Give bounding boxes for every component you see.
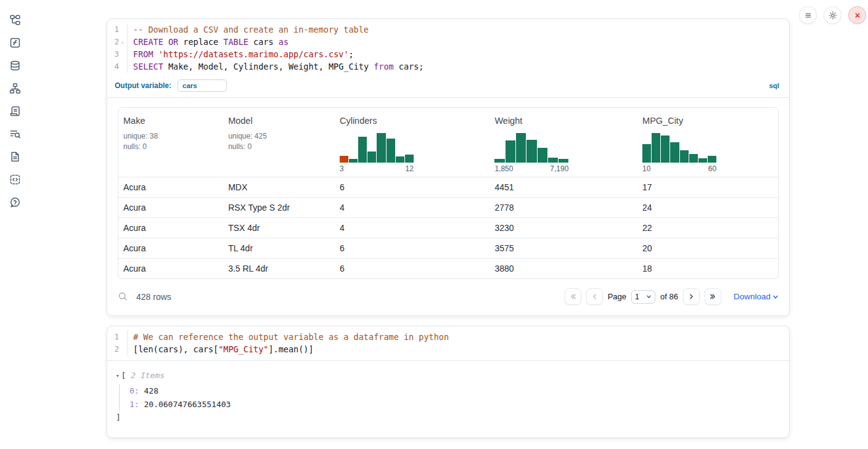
table-cell: 24 <box>637 198 778 218</box>
tree-items-count: 2 Items <box>131 371 165 381</box>
code-text[interactable]: FROM 'https://datasets.marimo.app/cars.c… <box>128 48 354 60</box>
list-search-icon <box>9 128 21 140</box>
cell-divider <box>107 97 789 98</box>
code-text[interactable]: [len(cars), cars["MPG_City"].mean()] <box>128 343 314 355</box>
column-header-cylinders[interactable]: Cylinders312 <box>335 108 489 177</box>
code-text[interactable]: SELECT Make, Model, Cylinders, Weight, M… <box>128 60 424 73</box>
histogram-bar <box>516 133 526 163</box>
column-label: Weight <box>494 116 631 126</box>
histogram-bar <box>367 152 376 163</box>
table-cell: 20 <box>637 238 778 259</box>
tree-open-bracket: [ <box>121 371 126 381</box>
histogram-bar <box>405 155 414 163</box>
sidebar-snippets-button[interactable] <box>9 174 21 185</box>
code-text[interactable]: CREATE OR replace TABLE cars as <box>128 36 289 48</box>
sidebar-dependency-graph-button[interactable] <box>9 83 21 94</box>
table-cell: 17 <box>637 177 778 198</box>
column-stats: unique: 38nulls: 0 <box>123 131 217 152</box>
download-button[interactable]: Download <box>734 292 779 301</box>
code-text[interactable]: -- Download a CSV and create an in-memor… <box>128 23 369 36</box>
histogram-bar <box>680 150 689 163</box>
output-variable-input[interactable] <box>178 79 227 92</box>
settings-button[interactable] <box>824 6 841 24</box>
table-cell: 18 <box>637 259 778 279</box>
table-cell: Acura <box>118 238 223 259</box>
sql-cell: 1-- Download a CSV and create an in-memo… <box>107 18 790 316</box>
code-line: 1# We can reference the output variable … <box>107 331 789 343</box>
histogram-bar <box>526 140 536 163</box>
notebook-actions <box>799 6 866 24</box>
tree-close-bracket: ] <box>116 413 778 423</box>
output-variable-label: Output variable: <box>115 81 171 90</box>
sidebar-datasources-button[interactable] <box>9 60 21 71</box>
column-header-weight[interactable]: Weight1,8507,190 <box>489 108 637 177</box>
table-cell: RSX Type S 2dr <box>223 198 335 218</box>
histogram-bar <box>652 133 660 163</box>
table-cell: TSX 4dr <box>223 218 335 238</box>
table-cell: Acura <box>118 177 223 198</box>
last-page-button[interactable] <box>705 288 721 305</box>
histogram-bar <box>494 159 504 163</box>
histogram-bar <box>559 159 568 163</box>
python-cell: 1# We can reference the output variable … <box>107 326 790 438</box>
line-number: 4 <box>114 60 119 73</box>
column-histogram[interactable] <box>340 132 414 163</box>
shutdown-button[interactable] <box>848 6 866 24</box>
histogram-bar <box>670 142 679 163</box>
pagination: Page 1 of 86 Download <box>565 288 779 305</box>
sql-code-editor[interactable]: 1-- Download a CSV and create an in-memo… <box>107 19 789 78</box>
tree-entry: 1: 20.060747663551403 <box>129 398 778 411</box>
sidebar-logs-button[interactable] <box>9 128 21 140</box>
database-icon <box>9 60 21 71</box>
file-tree-icon <box>9 14 21 26</box>
column-header-model[interactable]: Modelunique: 425nulls: 0 <box>223 108 335 177</box>
code-line: 1-- Download a CSV and create an in-memo… <box>107 23 789 36</box>
gear-icon <box>828 10 838 20</box>
table-search-icon[interactable] <box>118 291 128 302</box>
sidebar-documentation-button[interactable] <box>9 151 21 163</box>
histogram-bar <box>661 136 669 163</box>
sidebar-file-explorer-button[interactable] <box>9 14 21 26</box>
table-cell: Acura <box>118 218 223 238</box>
table-row: AcuraTSX 4dr4323022 <box>118 218 778 238</box>
table-cell: TL 4dr <box>223 238 335 259</box>
column-label: Make <box>123 116 217 126</box>
fold-chevron-icon[interactable]: ⌄ <box>119 36 126 48</box>
menu-button[interactable] <box>799 6 817 24</box>
table-cell: 6 <box>335 238 489 259</box>
code-snippet-icon <box>9 174 21 185</box>
sidebar-variables-button[interactable] <box>9 37 21 49</box>
page-select[interactable]: 1 <box>631 290 655 304</box>
first-page-button[interactable] <box>565 288 581 305</box>
language-badge[interactable]: sql <box>769 82 779 89</box>
table-cell: 4451 <box>489 177 637 198</box>
code-text[interactable]: # We can reference the output variable a… <box>128 331 449 343</box>
column-label: Model <box>228 116 329 126</box>
sidebar-scratchpad-button[interactable] <box>9 105 21 117</box>
histogram-bar <box>340 156 348 163</box>
previous-page-button[interactable] <box>586 288 603 305</box>
line-number: 1 <box>114 331 119 343</box>
result-table: Makeunique: 38nulls: 0Modelunique: 425nu… <box>118 107 779 279</box>
help-circle-icon <box>9 196 21 208</box>
tree-children: 0: 4281: 20.060747663551403 <box>119 384 778 411</box>
table-cell: 4 <box>335 218 489 238</box>
table-cell: 4 <box>335 198 489 218</box>
column-histogram[interactable] <box>494 132 568 163</box>
table-cell: 3.5 RL 4dr <box>223 259 335 279</box>
python-code-editor[interactable]: 1# We can reference the output variable … <box>107 326 789 360</box>
tree-collapse-chevron-icon[interactable]: ▾ <box>116 371 119 381</box>
histogram-bar <box>377 133 385 163</box>
next-page-button[interactable] <box>683 288 700 305</box>
sidebar-help-button[interactable] <box>9 196 21 208</box>
column-histogram[interactable] <box>642 132 716 163</box>
scroll-icon <box>9 105 21 117</box>
table-cell: MDX <box>223 177 335 198</box>
histogram-bar <box>396 156 404 163</box>
document-icon <box>9 151 21 163</box>
table-cell: 6 <box>335 177 489 198</box>
column-header-make[interactable]: Makeunique: 38nulls: 0 <box>118 108 223 177</box>
column-label: Cylinders <box>340 116 483 126</box>
column-header-mpg_city[interactable]: MPG_City1060 <box>637 108 778 177</box>
histogram-bar <box>387 139 395 163</box>
